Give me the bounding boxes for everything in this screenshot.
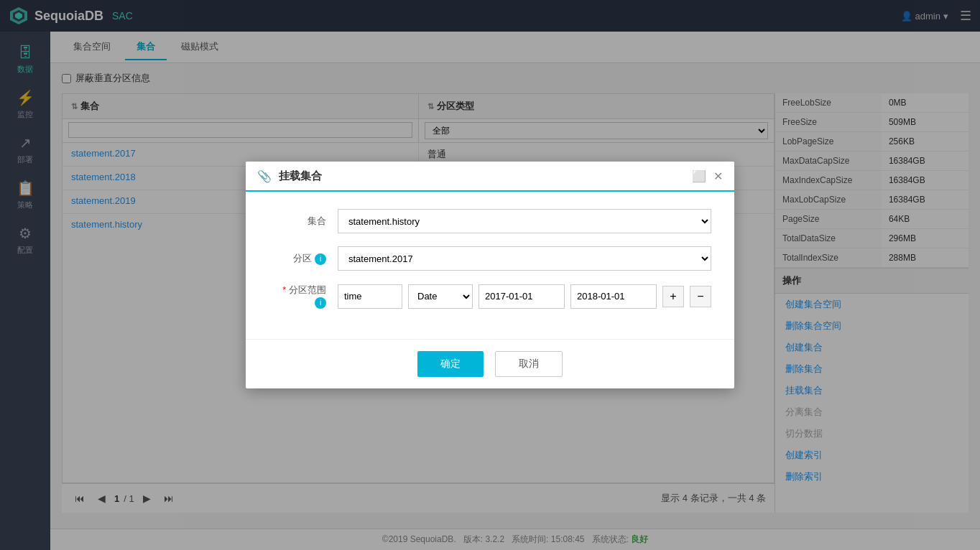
partition-range-row: Date Int32 Int64 Double String + −: [338, 284, 711, 309]
modal-body: 集合 statement.history 分区 i statement.2017…: [246, 192, 734, 339]
range-remove-btn[interactable]: −: [690, 286, 711, 307]
range-field-input[interactable]: [338, 284, 402, 309]
modal-header: 📎 挂载集合 ⬜ ✕: [246, 162, 734, 192]
modal-footer: 确定 取消: [246, 339, 734, 388]
modal-close-btn[interactable]: ✕: [713, 169, 723, 183]
range-label: 分区范围 i: [269, 284, 326, 309]
range-info-icon: i: [315, 297, 326, 309]
range-start-input[interactable]: [479, 284, 565, 309]
range-type-select[interactable]: Date Int32 Int64 Double String: [408, 284, 473, 309]
attach-icon: 📎: [257, 169, 272, 183]
collection-select-group: statement.history: [338, 209, 711, 233]
partition-info-icon: i: [315, 253, 326, 265]
collection-select[interactable]: statement.history: [338, 209, 711, 233]
partition-label: 分区 i: [269, 252, 326, 265]
mount-collection-modal: 📎 挂载集合 ⬜ ✕ 集合 statement.history: [246, 162, 734, 388]
form-row-partition: 分区 i statement.2017 statement.2018 state…: [269, 246, 711, 271]
confirm-button[interactable]: 确定: [417, 351, 484, 377]
partition-select[interactable]: statement.2017 statement.2018 statement.…: [338, 246, 711, 271]
range-end-input[interactable]: [570, 284, 657, 309]
modal-header-icons: ⬜ ✕: [692, 169, 723, 183]
partition-select-group: statement.2017 statement.2018 statement.…: [338, 246, 711, 271]
modal-title: 挂载集合: [279, 169, 322, 183]
form-row-partition-range: 分区范围 i Date Int32 Int64 Double String: [269, 284, 711, 309]
range-group: Date Int32 Int64 Double String + −: [338, 284, 711, 309]
collection-label: 集合: [269, 215, 326, 228]
form-row-collection: 集合 statement.history: [269, 209, 711, 233]
cancel-button[interactable]: 取消: [495, 351, 563, 377]
range-add-btn[interactable]: +: [662, 286, 684, 307]
modal-maximize-btn[interactable]: ⬜: [692, 169, 706, 183]
modal-overlay: 📎 挂载集合 ⬜ ✕ 集合 statement.history: [0, 0, 980, 550]
